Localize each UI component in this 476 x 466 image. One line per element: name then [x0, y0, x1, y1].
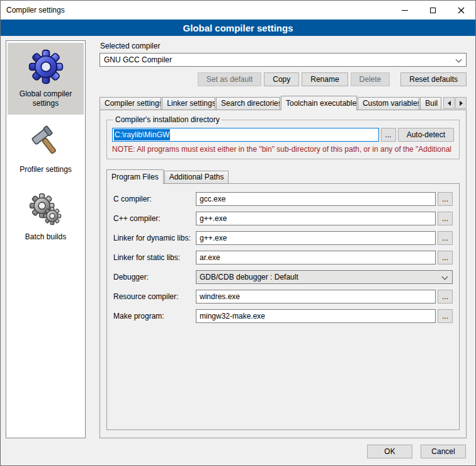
make-program-label: Make program:: [113, 312, 194, 321]
linker-static-input[interactable]: ar.exe: [196, 251, 436, 264]
debugger-label: Debugger:: [113, 273, 194, 281]
program-files-panel: C compiler: gcc.exe ... C++ compiler: g+…: [106, 183, 460, 430]
resource-compiler-input[interactable]: windres.exe: [196, 290, 436, 304]
titlebar: Compiler settings: [1, 1, 475, 20]
selected-compiler-dropdown[interactable]: GNU GCC Compiler: [99, 53, 467, 67]
debugger-dropdown[interactable]: GDB/CDB debugger : Default: [196, 270, 453, 284]
installation-directory-label: Compiler's installation directory: [113, 115, 222, 124]
hammer-icon: [28, 125, 64, 161]
c-compiler-value: gcc.exe: [200, 195, 225, 203]
sidebar-item-global-compiler-settings[interactable]: Global compiler settings: [8, 43, 84, 115]
cpp-compiler-label: C++ compiler:: [113, 214, 194, 223]
selected-compiler-value: GNU GCC Compiler: [104, 55, 172, 64]
linker-dynamic-input[interactable]: g++.exe: [196, 231, 436, 245]
sidebar-item-label: Global compiler settings: [9, 89, 82, 108]
tab-build-options-clipped[interactable]: Buil: [420, 97, 441, 110]
linker-static-value: ar.exe: [200, 253, 220, 262]
tab-strip: Compiler settings Linker settings Search…: [99, 95, 467, 110]
tab-custom-variables[interactable]: Custom variables: [358, 97, 419, 110]
cpp-compiler-value: g++.exe: [200, 214, 227, 223]
ok-button[interactable]: OK: [367, 445, 412, 458]
page-title: Global compiler settings: [1, 20, 475, 36]
subtab-additional-paths[interactable]: Additional Paths: [164, 171, 229, 183]
linker-dynamic-value: g++.exe: [200, 234, 227, 242]
c-compiler-input[interactable]: gcc.exe: [196, 192, 436, 206]
cpp-compiler-input[interactable]: g++.exe: [196, 212, 436, 225]
installation-directory-row: C:\raylib\MinGW ... Auto-detect: [112, 128, 454, 142]
tab-linker-settings[interactable]: Linker settings: [162, 97, 215, 110]
directory-browse-button[interactable]: ...: [381, 128, 396, 142]
sidebar-item-label: Batch builds: [25, 232, 66, 242]
maximize-icon: [430, 8, 436, 13]
copy-button[interactable]: Copy: [264, 72, 299, 86]
linker-static-label: Linker for static libs:: [113, 253, 194, 262]
tab-toolchain-executables[interactable]: Toolchain executables: [281, 96, 357, 110]
subtab-strip: Program Files Additional Paths: [106, 169, 460, 183]
tab-search-directories[interactable]: Search directories: [216, 97, 280, 110]
gear-gray-icon: [28, 191, 64, 228]
field-row-c-compiler: C compiler: gcc.exe ...: [113, 192, 453, 206]
triangle-left-icon: [445, 101, 451, 106]
sidebar-item-profiler-settings[interactable]: Profiler settings: [8, 120, 84, 181]
make-program-value: mingw32-make.exe: [200, 312, 265, 321]
dialog-footer: OK Cancel: [1, 441, 475, 465]
minimize-button[interactable]: [390, 1, 419, 20]
tab-scroll-left-button[interactable]: [443, 97, 455, 109]
linker-dynamic-label: Linker for dynamic libs:: [113, 234, 194, 242]
gear-blue-icon: [28, 48, 64, 85]
directory-note: NOTE: All programs must exist either in …: [112, 145, 454, 154]
reset-defaults-button[interactable]: Reset defaults: [400, 72, 467, 86]
cpp-compiler-browse-button[interactable]: ...: [438, 212, 453, 225]
field-row-debugger: Debugger: GDB/CDB debugger : Default: [113, 270, 453, 284]
field-row-resource-compiler: Resource compiler: windres.exe ...: [113, 290, 453, 304]
sidebar-item-batch-builds[interactable]: Batch builds: [8, 186, 84, 248]
close-button[interactable]: [447, 1, 475, 20]
delete-button[interactable]: Delete: [351, 72, 390, 86]
make-program-browse-button[interactable]: ...: [438, 309, 453, 323]
installation-directory-input[interactable]: C:\raylib\MinGW: [112, 128, 379, 142]
field-row-linker-dynamic: Linker for dynamic libs: g++.exe ...: [113, 231, 453, 245]
resource-compiler-label: Resource compiler:: [113, 292, 194, 301]
c-compiler-label: C compiler:: [113, 195, 194, 203]
tab-scroll-right-button[interactable]: [455, 97, 467, 109]
resource-compiler-value: windres.exe: [200, 292, 240, 301]
linker-dynamic-browse-button[interactable]: ...: [438, 231, 453, 245]
dialog-body: Global compiler settings Profiler settin…: [1, 36, 475, 441]
compiler-settings-dialog: Compiler settings Global compiler settin…: [0, 0, 476, 466]
selected-compiler-label: Selected compiler: [100, 42, 467, 50]
resource-compiler-browse-button[interactable]: ...: [438, 290, 453, 304]
field-row-cpp-compiler: C++ compiler: g++.exe ...: [113, 212, 453, 225]
debugger-value: GDB/CDB debugger : Default: [200, 273, 298, 281]
tab-scroll-controls: [443, 97, 467, 109]
auto-detect-button[interactable]: Auto-detect: [398, 128, 454, 142]
field-row-make-program: Make program: mingw32-make.exe ...: [113, 309, 453, 323]
compiler-actions: Set as default Copy Rename Delete Reset …: [99, 72, 467, 86]
selected-text: C:\raylib\MinGW: [114, 129, 170, 140]
settings-sidebar: Global compiler settings Profiler settin…: [6, 40, 86, 438]
installation-directory-group: Compiler's installation directory C:\ray…: [106, 115, 460, 159]
subtab-program-files[interactable]: Program Files: [106, 169, 164, 184]
cancel-button[interactable]: Cancel: [421, 445, 466, 458]
set-as-default-button[interactable]: Set as default: [198, 72, 261, 86]
main-panel: Selected compiler GNU GCC Compiler Set a…: [92, 40, 470, 438]
toolchain-executables-panel: Compiler's installation directory C:\ray…: [99, 110, 467, 438]
window-title: Compiler settings: [1, 1, 390, 20]
chevron-down-icon: [442, 274, 448, 280]
make-program-input[interactable]: mingw32-make.exe: [196, 309, 436, 323]
rename-button[interactable]: Rename: [302, 72, 348, 86]
c-compiler-browse-button[interactable]: ...: [438, 192, 453, 206]
tab-compiler-settings[interactable]: Compiler settings: [99, 97, 161, 110]
chevron-down-icon: [456, 57, 462, 63]
minimize-icon: [402, 10, 408, 11]
maximize-button[interactable]: [419, 1, 447, 20]
field-row-linker-static: Linker for static libs: ar.exe ...: [113, 251, 453, 264]
triangle-right-icon: [460, 101, 465, 106]
linker-static-browse-button[interactable]: ...: [438, 251, 453, 264]
close-icon: [458, 7, 465, 14]
sidebar-item-label: Profiler settings: [20, 165, 72, 174]
